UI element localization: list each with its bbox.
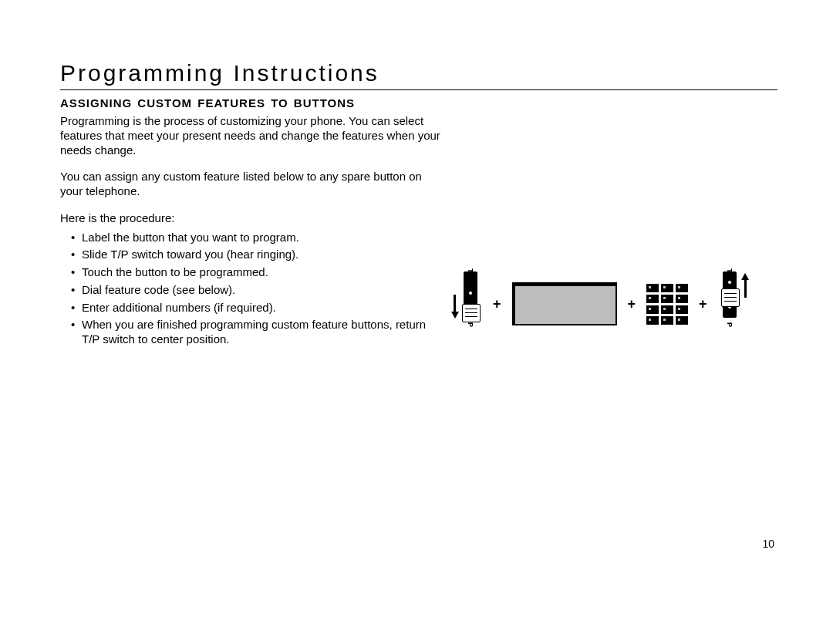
list-item: Label the button that you want to progra…	[60, 231, 446, 245]
keypad-key	[661, 295, 673, 303]
keypad-key	[676, 305, 688, 314]
keypad-key	[676, 295, 688, 303]
list-item: Slide T/P switch toward you (hear ringin…	[60, 248, 446, 262]
switch-label-p: P	[726, 322, 734, 327]
procedure-list: Label the button that you want to progra…	[60, 231, 446, 347]
keypad-key	[676, 284, 688, 292]
switch-knob	[462, 304, 481, 322]
button-panel-icon	[512, 282, 617, 325]
page-title: Programming Instructions	[60, 60, 784, 86]
body-text: Programming is the process of customizin…	[60, 114, 446, 347]
paragraph: You can assign any custom feature listed…	[60, 170, 446, 199]
keypad-key	[646, 284, 659, 292]
keypad-key	[661, 316, 673, 325]
paragraph: Here is the procedure:	[60, 211, 446, 226]
arrow-up-icon	[744, 279, 747, 298]
keypad-key	[661, 305, 673, 314]
paragraph: Programming is the process of customizin…	[60, 114, 446, 157]
tp-switch-icon: T P	[718, 271, 741, 336]
list-item: Dial feature code (see below).	[60, 283, 446, 298]
keypad-key	[646, 305, 659, 314]
keypad-key	[646, 316, 659, 325]
switch-label-p: P	[467, 322, 474, 327]
keypad-key	[646, 295, 659, 303]
plus-icon: +	[699, 296, 707, 312]
keypad-icon	[646, 284, 688, 325]
arrow-down-icon	[454, 295, 456, 313]
keypad-key	[661, 284, 673, 292]
tp-switch-icon: T P	[459, 271, 482, 336]
list-item: Touch the button to be programmed.	[60, 265, 446, 280]
plus-icon: +	[628, 296, 636, 312]
page: Programming Instructions ASSIGNING CUSTO…	[0, 0, 833, 644]
diagram-row: T P + +	[459, 271, 741, 336]
plus-icon: +	[493, 296, 501, 312]
page-number: 10	[762, 538, 774, 550]
section-heading: ASSIGNING CUSTOM FEATURES TO BUTTONS	[60, 96, 784, 110]
switch-knob	[721, 288, 740, 307]
keypad-key	[676, 316, 688, 325]
title-rule	[60, 89, 777, 90]
arrow-up-icon	[741, 273, 749, 280]
list-item: When you are finished programming custom…	[60, 318, 446, 347]
list-item: Enter additional numbers (if required).	[60, 301, 446, 315]
arrow-down-icon	[451, 312, 459, 319]
